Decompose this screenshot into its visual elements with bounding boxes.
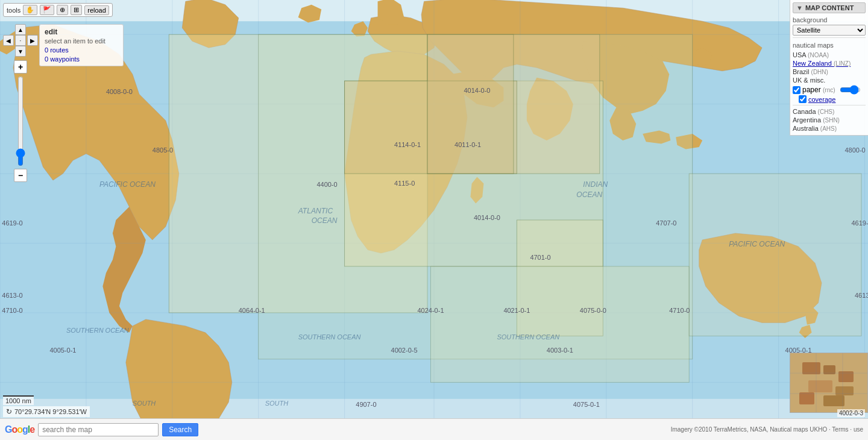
svg-text:4005-0-1: 4005-0-1 bbox=[49, 347, 76, 354]
svg-text:4024-0-1: 4024-0-1 bbox=[418, 307, 444, 314]
google-logo: Google bbox=[5, 424, 34, 435]
search-input[interactable] bbox=[38, 423, 159, 436]
svg-text:4075-0-0: 4075-0-0 bbox=[580, 307, 606, 314]
panel-triangle-icon: ▼ bbox=[796, 4, 803, 11]
zoom-slider[interactable] bbox=[14, 76, 27, 166]
edit-title: edit bbox=[45, 28, 118, 36]
svg-text:OCEAN: OCEAN bbox=[312, 216, 338, 225]
background-label: background bbox=[793, 16, 866, 24]
svg-rect-68 bbox=[802, 362, 820, 374]
australia-code: (AHS) bbox=[820, 125, 837, 132]
scale-label: 1000 nm bbox=[3, 395, 34, 405]
coordinates-value: 70°29.734′N 9°29.531′W bbox=[14, 408, 87, 415]
minimap-label: 4002-0-3 bbox=[837, 409, 865, 417]
zoom-controls: ▲ ◀ · ▶ ▼ + − bbox=[3, 24, 38, 182]
argentina-code: (SHN) bbox=[823, 117, 840, 124]
map-item-usa[interactable]: USA (NOAA) bbox=[793, 51, 866, 59]
grid-tool-button[interactable]: ⊞ bbox=[71, 5, 82, 15]
svg-text:4613-0: 4613-0 bbox=[2, 292, 22, 299]
divider2 bbox=[793, 105, 866, 105]
svg-text:4064-0-1: 4064-0-1 bbox=[239, 307, 265, 314]
svg-text:4619-0: 4619-0 bbox=[852, 219, 868, 227]
divider1 bbox=[793, 37, 866, 38]
svg-text:ATLANTIC: ATLANTIC bbox=[298, 207, 333, 215]
svg-text:4800-0: 4800-0 bbox=[845, 146, 866, 154]
panel-header: ▼ MAP CONTENT bbox=[793, 2, 866, 13]
svg-text:INDIAN: INDIAN bbox=[583, 180, 608, 189]
nautical-maps-label: nautical maps bbox=[793, 42, 866, 49]
svg-rect-25 bbox=[431, 266, 690, 382]
map-item-australia[interactable]: Australia (AHS) bbox=[793, 124, 866, 133]
coordinates-label: ↻ 70°29.734′N 9°29.531′W bbox=[3, 406, 90, 417]
nav-up-button[interactable]: ▲ bbox=[15, 24, 26, 35]
svg-text:4619-0: 4619-0 bbox=[2, 219, 22, 227]
svg-rect-71 bbox=[808, 380, 832, 392]
map-item-brazil[interactable]: Brazil (DHN) bbox=[793, 68, 866, 76]
panel-header-label: MAP CONTENT bbox=[805, 4, 854, 11]
svg-rect-74 bbox=[823, 395, 844, 406]
paper-checkbox[interactable] bbox=[793, 86, 800, 94]
paper-opacity-slider[interactable] bbox=[840, 87, 861, 93]
nav-down-button[interactable]: ▼ bbox=[15, 46, 26, 57]
map-item-uk[interactable]: UK & misc. bbox=[793, 76, 866, 84]
svg-rect-28 bbox=[427, 34, 514, 174]
svg-rect-70 bbox=[838, 371, 854, 382]
attribution-text: Imagery ©2010 TerraMetrics, NASA, Nautic… bbox=[671, 426, 863, 433]
svg-text:4014-0-0: 4014-0-0 bbox=[464, 87, 490, 94]
nz-code: (LINZ) bbox=[834, 60, 851, 67]
svg-text:4710-0: 4710-0 bbox=[669, 307, 690, 314]
reload-button[interactable]: reload bbox=[84, 5, 109, 15]
svg-text:4710-0: 4710-0 bbox=[2, 307, 22, 314]
svg-text:4114-0-1: 4114-0-1 bbox=[394, 141, 421, 148]
flag-tool-button[interactable]: 🚩 bbox=[40, 5, 54, 15]
map-content-panel: ▼ MAP CONTENT background Satellite Terra… bbox=[790, 0, 868, 136]
logo-e: e bbox=[30, 424, 34, 435]
nav-left-button[interactable]: ◀ bbox=[3, 35, 14, 46]
logo-o2: o bbox=[17, 424, 22, 435]
nav-right-button[interactable]: ▶ bbox=[27, 35, 38, 46]
zoom-out-button[interactable]: − bbox=[14, 169, 27, 182]
svg-text:4400-0: 4400-0 bbox=[316, 181, 337, 188]
world-map[interactable]: PACIFIC OCEAN ATLANTIC OCEAN INDIAN OCEA… bbox=[0, 0, 868, 440]
search-button[interactable]: Search bbox=[162, 423, 198, 436]
toolbar: tools ✋ 🚩 ⊕ ⊞ reload bbox=[3, 3, 113, 17]
svg-text:4805-0: 4805-0 bbox=[153, 146, 173, 154]
svg-text:4008-0-0: 4008-0-0 bbox=[106, 88, 133, 95]
svg-text:4115-0: 4115-0 bbox=[394, 180, 415, 187]
svg-text:4002-0-5: 4002-0-5 bbox=[391, 347, 418, 354]
zoom-in-button[interactable]: + bbox=[14, 60, 27, 74]
svg-text:4011-0-1: 4011-0-1 bbox=[454, 141, 481, 148]
bottom-bar: Google Search Imagery ©2010 TerraMetrics… bbox=[0, 418, 868, 440]
minimap[interactable] bbox=[790, 353, 868, 413]
coverage-label[interactable]: coverage bbox=[808, 96, 835, 103]
svg-text:OCEAN: OCEAN bbox=[576, 190, 602, 199]
satellite-select[interactable]: Satellite Terrain Map bbox=[793, 25, 866, 36]
edit-panel: edit select an item to edit 0 routes 0 w… bbox=[39, 24, 124, 66]
svg-rect-26 bbox=[689, 174, 861, 336]
svg-text:SOUTHERN OCEAN: SOUTHERN OCEAN bbox=[497, 333, 559, 341]
logo-g2: g bbox=[22, 424, 28, 435]
usa-code: (NOAA) bbox=[808, 52, 829, 58]
routes-count[interactable]: 0 routes bbox=[45, 46, 118, 54]
svg-text:4707-0: 4707-0 bbox=[656, 219, 676, 227]
svg-text:4021-0-1: 4021-0-1 bbox=[503, 307, 530, 314]
map-item-canada[interactable]: Canada (CHS) bbox=[793, 107, 866, 116]
brazil-code: (DHN) bbox=[811, 69, 828, 75]
svg-text:SOUTH: SOUTH bbox=[133, 400, 156, 407]
waypoints-count[interactable]: 0 waypoints bbox=[45, 55, 118, 63]
nav-center-button[interactable]: · bbox=[15, 35, 26, 46]
logo-o1: o bbox=[11, 424, 17, 435]
logo-g: G bbox=[5, 424, 11, 435]
map-item-argentina[interactable]: Argentina (SHN) bbox=[793, 116, 866, 124]
target-tool-button[interactable]: ⊕ bbox=[57, 5, 68, 15]
coverage-checkbox[interactable] bbox=[799, 95, 807, 103]
refresh-icon[interactable]: ↻ bbox=[6, 407, 12, 416]
hand-tool-button[interactable]: ✋ bbox=[23, 5, 37, 15]
tools-label: tools bbox=[7, 7, 20, 14]
svg-rect-72 bbox=[835, 386, 854, 395]
scale-value: 1000 nm bbox=[5, 397, 31, 404]
map-item-nz[interactable]: New Zealand (LINZ) bbox=[793, 59, 866, 68]
svg-text:4613-0: 4613-0 bbox=[855, 292, 868, 299]
map-container: PACIFIC OCEAN ATLANTIC OCEAN INDIAN OCEA… bbox=[0, 0, 868, 440]
svg-text:4003-0-1: 4003-0-1 bbox=[547, 347, 573, 354]
